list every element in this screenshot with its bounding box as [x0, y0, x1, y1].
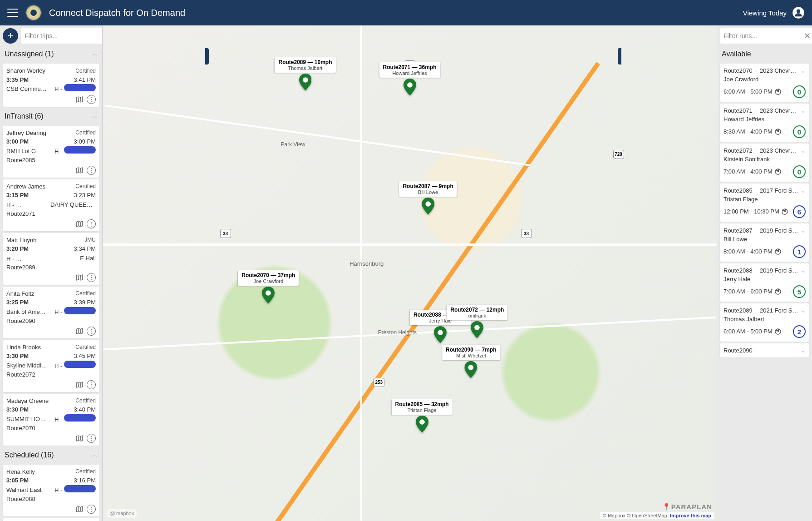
- run-time: 8:30 AM - 4:00 PM: [723, 128, 782, 136]
- trip-cert: Certified: [75, 67, 96, 75]
- trip-pickup-time: 3:30 PM: [6, 405, 29, 414]
- trip-cert: JMU: [84, 236, 96, 244]
- trip-pickup-time: 3:15 PM: [6, 191, 29, 200]
- runs-section-title: Available: [722, 50, 751, 58]
- trip-destination: H -: [54, 485, 96, 495]
- app-logo: [25, 5, 42, 21]
- location-icon: [774, 288, 782, 295]
- run-card[interactable]: Route2088-2019 Ford Starcraft E-450⌄Jerr…: [720, 263, 809, 302]
- road: [103, 243, 717, 246]
- chevron-down-icon: ⌄: [801, 187, 806, 194]
- clear-icon[interactable]: ✕: [803, 31, 812, 41]
- run-time: 6:00 AM - 5:00 PM: [723, 88, 782, 96]
- trip-card[interactable]: Anita FoltzCertified3:25 PM3:39 PMBank o…: [3, 287, 99, 338]
- run-id: Route2071: [723, 107, 753, 114]
- map-icon[interactable]: [75, 327, 84, 336]
- run-id: Route2072: [723, 147, 753, 154]
- run-time: 6:00 AM - 5:00 PM: [723, 328, 782, 336]
- viewing-label[interactable]: Viewing Today: [743, 9, 787, 17]
- collapse-left-tab[interactable]: [205, 48, 209, 65]
- more-icon[interactable]: ⋮: [87, 219, 96, 228]
- run-card[interactable]: Route2070-2023 Chevrolet ARBOC⌄Joe Crawf…: [720, 64, 809, 102]
- trip-card[interactable]: Andrew JamesCertified3:15 PM3:23 PMH - D…: [3, 179, 99, 231]
- map-icon[interactable]: [75, 434, 84, 443]
- trip-card[interactable]: Linda BrooksCertified3:30 PM3:45 PMSkyli…: [3, 340, 99, 392]
- trip-name: Sharon Worley: [6, 66, 45, 75]
- run-driver: Bill Lowe: [723, 236, 806, 243]
- more-icon[interactable]: ⋮: [87, 380, 96, 389]
- improve-map-link[interactable]: Improve this map: [670, 513, 711, 518]
- run-card[interactable]: Route2090-⌄: [720, 343, 809, 357]
- trip-origin: Skyline Middle S...: [6, 361, 47, 370]
- trip-pickup-time: 3:20 PM: [6, 244, 29, 253]
- chevron-down-icon: ⌄: [801, 107, 806, 114]
- trip-dropoff-time: 3:41 PM: [74, 75, 96, 84]
- trips-filter-input[interactable]: [25, 32, 103, 40]
- run-id: Route2088: [723, 267, 753, 274]
- map[interactable]: Harrisonburg Park View Preston Heights 3…: [103, 25, 717, 521]
- map-icon[interactable]: [75, 380, 84, 389]
- app-title: Connect Dispatch for On Demand: [49, 8, 743, 18]
- trip-pickup-time: 3:25 PM: [6, 298, 29, 307]
- location-icon: [774, 328, 782, 335]
- trip-name: Andrew James: [6, 182, 45, 191]
- map-icon[interactable]: [75, 166, 84, 175]
- trip-dropoff-time: 3:40 PM: [74, 405, 96, 414]
- trip-card[interactable]: Matt HuynhJMU3:20 PM3:34 PMH - E HallRou…: [3, 233, 99, 285]
- trips-section-header[interactable]: InTransit (6)︿: [0, 109, 102, 124]
- trip-name: Matt Huynh: [6, 236, 36, 245]
- trip-route: Route2070: [6, 424, 35, 433]
- trip-origin: Walmart East: [6, 486, 42, 495]
- trip-card[interactable]: Steven MartinCertified⋮: [3, 518, 99, 521]
- chevron-down-icon: ⌄: [801, 67, 806, 74]
- more-icon[interactable]: ⋮: [87, 95, 96, 104]
- trip-dropoff-time: 3:45 PM: [74, 352, 96, 361]
- trips-section-header[interactable]: Scheduled (16)︿: [0, 447, 102, 463]
- trip-card[interactable]: Madaya GreeneCertified3:30 PM3:40 PMSUMM…: [3, 394, 99, 446]
- trips-panel-header: + ✕: [0, 25, 102, 46]
- app-header: Connect Dispatch for On Demand Viewing T…: [0, 0, 812, 25]
- trip-destination: H -: [54, 84, 96, 94]
- map-icon[interactable]: [75, 95, 84, 104]
- run-card[interactable]: Route2087-2019 Ford Starcraft E-450⌄Bill…: [720, 223, 809, 262]
- add-trip-button[interactable]: +: [3, 28, 18, 44]
- trip-dropoff-time: 3:16 PM: [74, 476, 96, 485]
- run-card[interactable]: Route2071-2023 Chevrolet ARBOC⌄Howard Je…: [720, 104, 809, 142]
- run-card[interactable]: Route2072-2023 Chevrolet ARBOC⌄Kirstein …: [720, 144, 809, 182]
- trip-card[interactable]: Sharon WorleyCertified3:35 PM3:41 PMCSB …: [3, 64, 99, 107]
- trip-count-badge: 1: [793, 245, 806, 258]
- route-shield: 720: [613, 150, 624, 159]
- trip-card[interactable]: Jeffrey DearingCertified3:00 PM3:09 PMRM…: [3, 126, 99, 178]
- more-icon[interactable]: ⋮: [87, 327, 96, 336]
- collapse-right-tab[interactable]: [618, 48, 621, 65]
- trip-destination: H -: [54, 146, 96, 156]
- trip-route: Route2088: [6, 495, 35, 504]
- run-time: 12:00 PM - 10:30 PM: [723, 208, 788, 216]
- trip-name: Rena Kelly: [6, 467, 35, 476]
- location-icon: [774, 128, 782, 135]
- menu-icon[interactable]: [7, 7, 18, 18]
- section-title: InTransit (6): [5, 112, 44, 120]
- chevron-down-icon: ⌄: [801, 307, 806, 314]
- more-icon[interactable]: ⋮: [87, 505, 96, 514]
- map-icon[interactable]: [75, 273, 84, 282]
- more-icon[interactable]: ⋮: [87, 273, 96, 282]
- map-icon[interactable]: [75, 505, 84, 514]
- runs-filter-input[interactable]: [723, 32, 803, 40]
- runs-list[interactable]: Route2070-2023 Chevrolet ARBOC⌄Joe Crawf…: [717, 62, 812, 521]
- run-card[interactable]: Route2085-2017 Ford Starcraft E450⌄Trist…: [720, 184, 809, 222]
- more-icon[interactable]: ⋮: [87, 166, 96, 175]
- trip-card[interactable]: Rena KellyCertified3:05 PM3:16 PMWalmart…: [3, 465, 99, 516]
- trip-cert: Certified: [75, 343, 96, 351]
- account-icon[interactable]: [792, 6, 805, 19]
- trip-count-badge: 5: [793, 285, 806, 298]
- run-card[interactable]: Route2089-2021 Ford Starcraft E-450⌄Thom…: [720, 303, 809, 342]
- trips-section-header[interactable]: Unassigned (1)︿: [0, 46, 102, 62]
- trips-list[interactable]: Unassigned (1)︿Sharon WorleyCertified3:3…: [0, 46, 102, 521]
- runs-section-header[interactable]: Available: [717, 46, 812, 62]
- run-time: 7:00 AM - 4:00 PM: [723, 168, 782, 176]
- route-shield: 33: [220, 229, 231, 238]
- map-icon[interactable]: [75, 219, 84, 228]
- trip-destination: H -: [54, 414, 96, 424]
- more-icon[interactable]: ⋮: [87, 434, 96, 443]
